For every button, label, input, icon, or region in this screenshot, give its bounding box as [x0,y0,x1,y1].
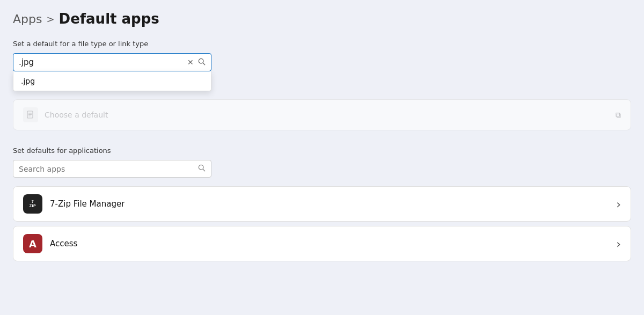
app-icon-7zip: 7 ZIP [23,194,42,214]
app-search-wrapper [13,160,211,178]
page-title: Default apps [59,11,159,27]
app-list: 7 ZIP 7-Zip File Manager › A Access › [13,186,631,261]
app-search-icon [198,164,206,173]
app-search-input[interactable] [19,165,195,173]
file-type-section-label: Set a default for a file type or link ty… [13,40,631,48]
app-card-left-7zip: 7 ZIP 7-Zip File Manager [23,194,125,214]
chevron-right-7zip: › [616,197,621,211]
svg-line-7 [203,169,205,171]
file-type-search-button[interactable] [198,58,206,67]
breadcrumb-apps-link[interactable]: Apps [13,12,42,26]
search-icon [198,58,206,67]
file-type-icon [23,107,38,122]
external-link-icon[interactable]: ⧉ [616,111,621,120]
clear-icon: ✕ [187,58,194,67]
app-name-access: Access [50,239,77,248]
breadcrumb: Apps > Default apps [13,11,631,27]
dropdown-item-jpg[interactable]: .jpg [13,71,211,91]
file-type-search-wrapper: ✕ [13,53,211,71]
file-type-search-container: ✕ .jpg [13,53,211,71]
apps-section: Set defaults for applications 7 ZIP [13,146,631,261]
result-card-left: Choose a default [23,107,108,122]
app-card-access[interactable]: A Access › [13,226,631,261]
app-name-7zip: 7-Zip File Manager [50,199,125,209]
chevron-right-access: › [616,237,621,251]
file-type-section: Set a default for a file type or link ty… [13,40,631,130]
file-type-dropdown: .jpg [13,71,211,91]
clear-button[interactable]: ✕ [186,57,195,68]
app-card-7zip[interactable]: 7 ZIP 7-Zip File Manager › [13,186,631,222]
file-type-result-card[interactable]: Choose a default ⧉ [13,99,631,130]
svg-line-1 [203,63,205,65]
app-search-container [13,160,211,178]
app-icon-access: A [23,234,42,253]
file-type-search-input[interactable] [19,57,183,67]
choose-default-text: Choose a default [45,111,108,119]
app-card-left-access: A Access [23,234,77,253]
apps-section-label: Set defaults for applications [13,146,631,155]
breadcrumb-separator: > [46,13,54,25]
